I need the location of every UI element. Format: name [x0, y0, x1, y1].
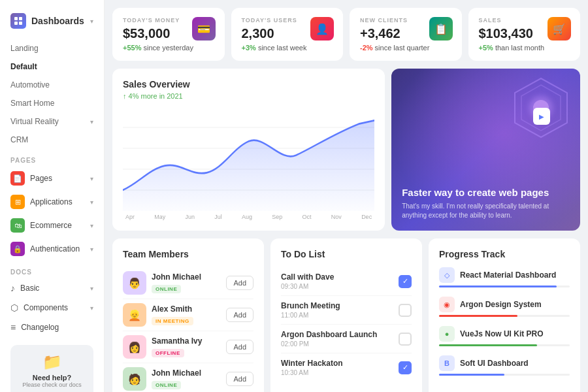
users-icon: 👤 [310, 17, 334, 41]
sidebar-item-label: CRM [10, 135, 28, 144]
todo-title: Argon Dashboard Launch [281, 330, 393, 339]
member-info: John Michael ONLINE [152, 272, 221, 293]
progress-bar-fill [439, 315, 517, 317]
chevron-right-icon: ▾ [90, 175, 93, 182]
team-member: 👱 Alex Smith IN MEETING Add [123, 299, 253, 331]
sidebar-item-label: Ecommerce [30, 221, 72, 230]
stat-card-sales: SALES $103,430 +5% than last month 🛒 [468, 8, 581, 61]
team-members-card: Team Members 👨 John Michael ONLINE Add 👱… [112, 238, 264, 392]
stat-change: +55% since yesterday [123, 44, 214, 52]
progress-bar-fill [439, 344, 537, 346]
main-content: TODAY'S MONEY $53,000 +55% since yesterd… [105, 0, 588, 392]
sidebar-item-label: Default [10, 62, 37, 71]
month-label: Sep [272, 214, 282, 220]
todo-checkbox[interactable]: ✓ [399, 361, 412, 374]
progress-name: VueJs Now UI Kit PRO [460, 329, 570, 338]
add-member-button[interactable]: Add [226, 276, 253, 290]
team-member: 👨 John Michael ONLINE Add [123, 267, 253, 299]
todo-info: Argon Dashboard Launch 02:00 PM [281, 330, 393, 348]
svg-rect-2 [14, 22, 18, 25]
add-member-button[interactable]: Add [226, 308, 253, 322]
progress-bar-fill [439, 374, 504, 376]
month-label: Jun [186, 214, 195, 220]
chevron-right-icon: ▾ [90, 222, 93, 229]
sidebar-item-changelog[interactable]: ≡ Changelog [0, 318, 104, 337]
sales-icon: 🛒 [547, 17, 571, 41]
sidebar-item-basic[interactable]: ♪ Basic ▾ [0, 278, 104, 298]
sidebar-item-crm[interactable]: CRM [0, 131, 104, 149]
add-member-button[interactable]: Add [226, 340, 253, 354]
member-name: John Michael [152, 368, 221, 378]
sidebar-brand-label: Dashboards [31, 16, 84, 26]
member-info: John Michael ONLINE [152, 368, 221, 389]
todo-title: Call with Dave [281, 272, 393, 282]
todo-time: 11:00 AM [281, 312, 393, 319]
sidebar-item-landing[interactable]: Landing [0, 39, 104, 57]
member-status: OFFLINE [152, 349, 184, 357]
progress-header: ◇ React Material Dashboard [439, 267, 570, 283]
sidebar-item-vr[interactable]: Virtual Reality▾ [0, 112, 104, 131]
stat-card-users: TODAY'S USERS 2,300 +3% since last week … [231, 8, 344, 61]
chart-area [123, 106, 374, 211]
banner-title: Faster way to create web pages [402, 187, 570, 198]
team-member: 🧑 John Michael ONLINE Add [123, 363, 253, 392]
todo-info: Winter Hackaton 10:30 AM [281, 359, 393, 376]
sidebar-item-smarthome[interactable]: Smart Home [0, 94, 104, 112]
team-card-title: Team Members [123, 249, 253, 259]
progress-icon: ◇ [439, 267, 455, 283]
help-desc: Please check our docs [18, 382, 86, 388]
todo-info: Brunch Meeting 11:00 AM [281, 301, 393, 319]
clients-icon: 📋 [429, 17, 453, 41]
sidebar-brand[interactable]: Dashboards ▾ [0, 8, 104, 39]
sidebar-item-authentication[interactable]: 🔒 Authentication ▾ [0, 237, 104, 261]
sidebar-item-ecommerce[interactable]: 🛍 Ecommerce ▾ [0, 214, 104, 237]
progress-bar-fill [439, 286, 557, 287]
banner-text: Faster way to create web pages That's my… [402, 187, 570, 220]
month-label: Dec [361, 214, 372, 220]
todo-checkbox[interactable] [399, 304, 412, 317]
chevron-right-icon: ▾ [90, 199, 93, 206]
sidebar-item-components[interactable]: ⬡ Components ▾ [0, 298, 104, 318]
member-status: ONLINE [152, 285, 181, 293]
progress-bar-bg [439, 286, 570, 287]
member-status: ONLINE [152, 381, 181, 389]
chart-title: Sales Overview [123, 79, 374, 90]
banner-desc: That's my skill. I'm not really specific… [402, 202, 570, 220]
todo-checkbox[interactable] [399, 333, 412, 346]
sidebar-item-label: Components [24, 303, 68, 312]
help-box: 📁 Need help? Please check our docs توانش [0, 337, 104, 392]
play-button[interactable]: ▶ [533, 108, 550, 125]
sidebar-item-applications[interactable]: ⊞ Applications ▾ [0, 190, 104, 214]
chevron-down-icon: ▾ [90, 18, 93, 25]
changelog-icon: ≡ [10, 322, 16, 333]
dashboard-icon [10, 13, 26, 29]
todo-item: Winter Hackaton 10:30 AM ✓ [281, 353, 412, 382]
member-avatar: 👩 [123, 335, 146, 359]
sidebar-item-label: Basic [20, 284, 39, 293]
month-label: Oct [302, 214, 312, 220]
add-member-button[interactable]: Add [226, 372, 253, 386]
sidebar-item-pages[interactable]: 📄 Pages ▾ [0, 167, 104, 190]
progress-header: B Soft UI Dashboard [439, 355, 570, 371]
basic-icon: ♪ [10, 283, 15, 293]
todo-checkbox[interactable]: ✓ [399, 275, 412, 288]
progress-icon: ● [439, 326, 455, 342]
sidebar-item-automotive[interactable]: Automotive [0, 76, 104, 94]
todo-item: Call with Dave 09:30 AM ✓ [281, 267, 412, 296]
progress-header: ◉ Argon Design System [439, 297, 570, 312]
month-label: Aug [242, 214, 252, 220]
chart-subtitle: ↑ 4% more in 2021 [123, 92, 374, 100]
todo-info: Call with Dave 09:30 AM [281, 272, 393, 290]
stats-row: TODAY'S MONEY $53,000 +55% since yesterd… [112, 8, 580, 61]
sidebar-item-label: Changelog [21, 323, 59, 332]
todo-title: Winter Hackaton [281, 359, 393, 368]
todo-item: Brunch Meeting 11:00 AM [281, 296, 412, 325]
docs-section-label: DOCS [0, 261, 104, 278]
svg-rect-3 [19, 22, 22, 25]
help-title: Need help? [18, 374, 86, 382]
progress-name: Argon Design System [460, 300, 570, 309]
bottom-row: Team Members 👨 John Michael ONLINE Add 👱… [112, 238, 580, 392]
progress-bar-bg [439, 344, 570, 346]
member-info: Alex Smith IN MEETING [152, 304, 221, 325]
sidebar-item-default[interactable]: Default [0, 57, 104, 76]
